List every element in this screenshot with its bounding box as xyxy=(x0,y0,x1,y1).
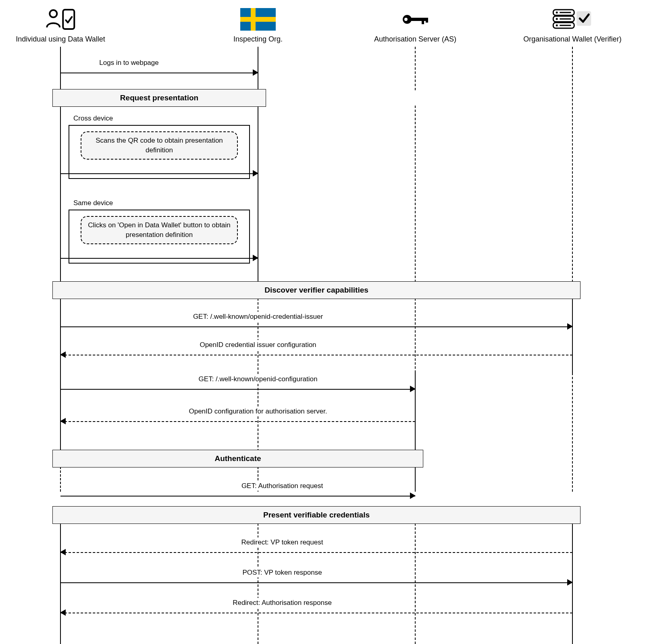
section-authenticate: Authenticate xyxy=(52,450,423,467)
actor-label-as: Authorisation Server (AS) xyxy=(374,35,456,44)
note-scan-qr: Scans the QR code to obtain presentation… xyxy=(81,131,238,160)
svg-rect-4 xyxy=(240,17,276,22)
section-present: Present verifiable credentials xyxy=(52,506,580,524)
svg-point-17 xyxy=(556,25,558,27)
actor-label-inspecting: Inspecting Org. xyxy=(233,35,283,44)
lifeline-as xyxy=(415,298,416,373)
msg-get-issuer xyxy=(60,322,572,330)
actor-inspecting-org: Inspecting Org. xyxy=(233,8,283,44)
msg-openid-config-label: OpenID configuration for authorisation s… xyxy=(185,407,331,416)
msg-vp-response xyxy=(60,578,572,586)
msg-click-open-arrow xyxy=(60,254,258,262)
alt-label-same: Same device xyxy=(73,199,113,207)
section-discover: Discover verifier capabilities xyxy=(52,281,580,299)
actor-verifier: Organisational Wallet (Verifier) xyxy=(523,8,621,44)
lifeline-as xyxy=(415,47,416,90)
lifeline-as xyxy=(415,467,416,492)
msg-auth-request xyxy=(60,492,415,500)
msg-get-issuer-label: GET: /.well-known/openid-credential-issu… xyxy=(189,312,327,322)
actor-individual: Individual using Data Wallet xyxy=(16,8,105,44)
msg-auth-request-label: GET: Authorisation request xyxy=(237,481,327,491)
msg-login-label: Logs in to webpage xyxy=(95,58,162,68)
svg-rect-19 xyxy=(576,11,591,26)
section-request-presentation: Request presentation xyxy=(52,89,266,107)
key-icon xyxy=(400,8,431,33)
msg-issuer-config-label: OpenID credential issuer configuration xyxy=(196,340,320,350)
msg-login xyxy=(60,69,258,77)
msg-scan-qr-arrow xyxy=(60,169,258,177)
user-phone-icon xyxy=(44,8,77,33)
svg-rect-9 xyxy=(426,18,428,23)
lifeline-individual xyxy=(60,298,61,451)
sequence-diagram: Individual using Data Wallet Inspecting … xyxy=(0,0,645,644)
msg-openid-config xyxy=(60,417,415,425)
svg-rect-8 xyxy=(422,18,424,24)
svg-rect-1 xyxy=(63,10,74,29)
lifeline-as xyxy=(415,507,416,644)
lifeline-verifier xyxy=(572,47,573,282)
actor-label-individual: Individual using Data Wallet xyxy=(16,35,105,44)
note-click-open: Clicks on 'Open in Data Wallet' button t… xyxy=(81,216,238,244)
svg-point-13 xyxy=(556,12,558,14)
svg-point-15 xyxy=(556,18,558,20)
msg-auth-response-label: Redirect: Authorisation response xyxy=(229,598,336,608)
msg-auth-response xyxy=(60,609,572,617)
msg-vp-response-label: POST: VP token response xyxy=(238,568,326,578)
swedish-flag-icon xyxy=(240,8,276,33)
actor-authorisation-server: Authorisation Server (AS) xyxy=(374,8,456,44)
msg-vp-request xyxy=(60,548,572,556)
lifeline-verifier xyxy=(572,298,573,373)
msg-get-openid xyxy=(60,385,415,393)
alt-label-cross: Cross device xyxy=(73,114,113,123)
lifeline-verifier xyxy=(572,373,573,492)
server-check-icon xyxy=(552,8,593,33)
svg-point-0 xyxy=(50,10,57,17)
svg-point-6 xyxy=(404,18,408,21)
lifeline-individual xyxy=(60,507,61,644)
svg-rect-7 xyxy=(411,18,427,21)
msg-vp-request-label: Redirect: VP token request xyxy=(237,538,327,547)
actor-label-verifier: Organisational Wallet (Verifier) xyxy=(523,35,621,44)
msg-get-openid-label: GET: /.well-known/openid-configuration xyxy=(195,374,322,384)
lifeline-verifier xyxy=(572,507,573,644)
msg-issuer-config xyxy=(60,351,572,359)
lifeline-individual xyxy=(60,467,61,492)
lifeline-as xyxy=(415,106,416,282)
